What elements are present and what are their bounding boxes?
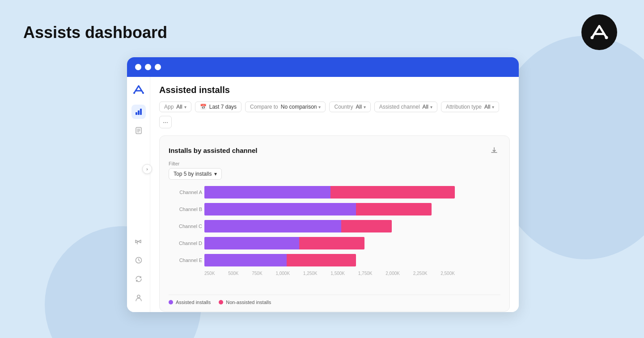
channel-label: Channel C bbox=[169, 224, 202, 229]
bar-container bbox=[204, 237, 364, 249]
sidebar-item-docs[interactable] bbox=[131, 123, 146, 138]
chart-title: Installs by assisted channel bbox=[169, 147, 257, 154]
svg-point-0 bbox=[591, 36, 594, 39]
legend-dot bbox=[169, 300, 173, 304]
sidebar bbox=[127, 77, 150, 312]
chart-card: Installs by assisted channel Filter Top … bbox=[159, 135, 510, 312]
compare-filter[interactable]: Compare to No comparison ▾ bbox=[245, 101, 326, 112]
chart-filter-value: Top 5 by installs bbox=[174, 171, 212, 177]
calendar-icon: 📅 bbox=[200, 104, 207, 110]
x-tick: 1,500K bbox=[330, 271, 345, 276]
sidebar-logo bbox=[131, 82, 146, 97]
bar-container bbox=[204, 203, 432, 215]
browser-window: Assisted installs App All ▾ 📅 Last 7 day… bbox=[127, 57, 519, 312]
bar-container bbox=[204, 254, 356, 266]
channel-label: Channel B bbox=[169, 207, 202, 212]
chart-row: Channel A bbox=[204, 186, 500, 199]
svg-rect-6 bbox=[140, 109, 142, 115]
app-filter-value: All bbox=[176, 104, 182, 110]
app-filter-label: App bbox=[164, 104, 174, 110]
app-filter-chevron: ▾ bbox=[184, 105, 186, 110]
channel-label: Channel A bbox=[169, 190, 202, 195]
chart-filter-dropdown[interactable]: Top 5 by installs ▾ bbox=[169, 168, 222, 180]
compare-filter-chevron: ▾ bbox=[318, 105, 321, 110]
svg-point-3 bbox=[142, 92, 144, 94]
bar-nonassisted bbox=[287, 254, 356, 266]
chart-row: Channel E bbox=[204, 254, 500, 266]
bar-nonassisted bbox=[299, 237, 364, 249]
bar-container bbox=[204, 220, 392, 232]
date-filter[interactable]: 📅 Last 7 days bbox=[195, 101, 242, 112]
page-title: Assists dashboard bbox=[23, 23, 167, 42]
svg-point-13 bbox=[137, 295, 140, 298]
country-filter-label: Country bbox=[334, 104, 353, 110]
filter-bar: App All ▾ 📅 Last 7 days Compare to No co… bbox=[159, 101, 510, 128]
sidebar-item-announce[interactable] bbox=[131, 234, 146, 249]
attribution-filter-value: All bbox=[484, 104, 490, 110]
bar-nonassisted bbox=[356, 203, 432, 215]
chart-filter-label: Filter bbox=[169, 161, 500, 166]
assisted-channel-filter-label: Assisted channel bbox=[379, 104, 420, 110]
x-tick: 2,250K bbox=[413, 271, 428, 276]
svg-point-1 bbox=[605, 36, 608, 39]
sidebar-item-user[interactable] bbox=[131, 291, 146, 305]
x-axis: 250K500K750K1,000K1,250K1,500K1,750K2,00… bbox=[204, 271, 455, 276]
bar-assisted bbox=[204, 254, 287, 266]
svg-rect-4 bbox=[136, 112, 137, 115]
assisted-channel-filter-chevron: ▾ bbox=[430, 105, 432, 110]
chart-legend: Assisted installs Non-assisted installs bbox=[169, 295, 500, 305]
bar-chart: Channel A Channel B Channel C Channel D bbox=[169, 186, 500, 289]
sidebar-item-chart[interactable] bbox=[131, 105, 146, 119]
legend-item: Non-assisted installs bbox=[219, 300, 271, 305]
legend-item: Assisted installs bbox=[169, 300, 211, 305]
x-tick: 1,750K bbox=[358, 271, 373, 276]
more-filters-button[interactable]: ··· bbox=[159, 116, 172, 128]
x-tick: 2,000K bbox=[386, 271, 400, 276]
sidebar-expand-button[interactable]: › bbox=[142, 164, 152, 174]
browser-dot-1 bbox=[135, 64, 141, 70]
bar-assisted bbox=[204, 220, 341, 232]
compare-filter-label: Compare to bbox=[250, 104, 278, 110]
chart-row: Channel B bbox=[204, 203, 500, 215]
download-button[interactable] bbox=[488, 144, 500, 156]
app-logo bbox=[581, 14, 617, 50]
chart-filter-chevron: ▾ bbox=[214, 171, 217, 177]
browser-titlebar bbox=[127, 57, 519, 77]
legend-label: Assisted installs bbox=[176, 300, 211, 305]
bar-assisted bbox=[204, 186, 330, 199]
chart-row: Channel C bbox=[204, 220, 500, 232]
bar-assisted bbox=[204, 237, 299, 249]
country-filter-chevron: ▾ bbox=[364, 105, 366, 110]
chart-header: Installs by assisted channel bbox=[169, 144, 500, 156]
assisted-channel-filter[interactable]: Assisted channel All ▾ bbox=[374, 101, 437, 112]
assisted-channel-filter-value: All bbox=[423, 104, 428, 110]
attribution-filter-chevron: ▾ bbox=[492, 105, 494, 110]
sidebar-bottom bbox=[131, 234, 146, 312]
dashboard-title: Assisted installs bbox=[159, 85, 510, 95]
date-filter-value: Last 7 days bbox=[209, 104, 237, 110]
browser-content: Assisted installs App All ▾ 📅 Last 7 day… bbox=[127, 77, 519, 312]
compare-filter-value: No comparison bbox=[281, 104, 317, 110]
sidebar-item-clock[interactable] bbox=[131, 253, 146, 267]
app-filter[interactable]: App All ▾ bbox=[159, 101, 191, 112]
bar-nonassisted bbox=[341, 220, 392, 232]
browser-dot-2 bbox=[145, 64, 151, 70]
bar-nonassisted bbox=[330, 186, 455, 199]
legend-label: Non-assisted installs bbox=[226, 300, 271, 305]
attribution-filter-label: Attribution type bbox=[446, 104, 482, 110]
attribution-filter[interactable]: Attribution type All ▾ bbox=[441, 101, 499, 112]
main-content: Assisted installs App All ▾ 📅 Last 7 day… bbox=[150, 77, 519, 312]
browser-dot-3 bbox=[155, 64, 161, 70]
bar-container bbox=[204, 186, 455, 199]
bar-assisted bbox=[204, 203, 356, 215]
x-tick: 2,500K bbox=[441, 271, 455, 276]
channel-label: Channel E bbox=[169, 258, 202, 263]
country-filter[interactable]: Country All ▾ bbox=[329, 101, 370, 112]
legend-dot bbox=[219, 300, 223, 304]
x-tick: 250K bbox=[204, 271, 215, 276]
x-tick: 1,250K bbox=[303, 271, 318, 276]
svg-rect-5 bbox=[138, 110, 140, 115]
sidebar-item-sync[interactable] bbox=[131, 272, 146, 286]
x-tick: 1,000K bbox=[275, 271, 290, 276]
country-filter-value: All bbox=[356, 104, 362, 110]
